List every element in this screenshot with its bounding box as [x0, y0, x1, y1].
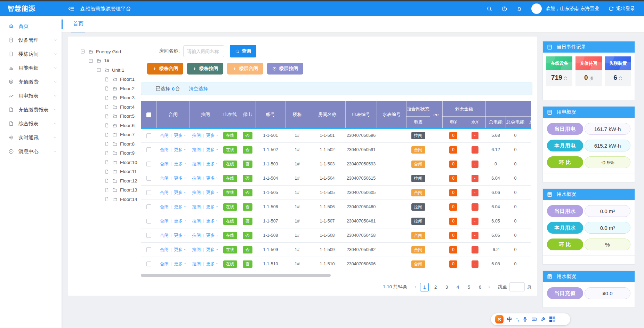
row-checkbox[interactable] [146, 219, 151, 224]
row-checkbox[interactable] [146, 133, 151, 138]
tree-node[interactable]: Floor:9 [80, 149, 140, 158]
sidebar-collapse-icon[interactable] [68, 5, 75, 12]
open-switch-link[interactable]: 拉闸 [192, 176, 201, 181]
next-page-icon[interactable] [487, 285, 491, 289]
ime-language-toggle[interactable]: 中 [507, 316, 512, 323]
close-switch-more-link[interactable]: 更多 [174, 261, 186, 266]
close-switch-link[interactable]: 合闸 [160, 190, 169, 195]
floor-close-button[interactable]: 楼层合闸 [227, 63, 263, 75]
page-button-4[interactable]: 4 [453, 283, 462, 291]
open-switch-more-link[interactable]: 更多 [206, 247, 219, 252]
ime-logo[interactable]: S [495, 315, 504, 323]
close-switch-more-link[interactable]: 更多 [174, 247, 186, 252]
sidebar-item-power-report[interactable]: 用电报表 [0, 89, 62, 103]
search-icon[interactable] [486, 6, 492, 12]
sidebar-item-devices[interactable]: 设备管理 [0, 33, 62, 47]
tree-node[interactable]: 1# [80, 56, 140, 66]
row-checkbox[interactable] [146, 233, 151, 238]
open-switch-link[interactable]: 拉闸 [192, 247, 201, 252]
open-switch-more-link[interactable]: 更多 [206, 219, 219, 224]
tree-node[interactable]: Floor:11 [80, 167, 140, 177]
open-switch-link[interactable]: 拉闸 [192, 233, 201, 238]
close-switch-link[interactable]: 合闸 [160, 219, 169, 224]
tree-node[interactable]: Floor:13 [80, 186, 140, 195]
close-switch-link[interactable]: 合闸 [160, 247, 169, 252]
search-button[interactable]: 查询 [230, 45, 256, 57]
close-switch-link[interactable]: 合闸 [160, 133, 169, 138]
tree-node[interactable]: Floor:1 [80, 75, 140, 84]
mic-icon[interactable] [522, 317, 528, 322]
open-switch-link[interactable]: 拉闸 [192, 147, 201, 152]
sidebar-item-recharge-report[interactable]: 充值缴费报表 [0, 103, 62, 117]
tree-node[interactable]: Floor:6 [80, 121, 140, 130]
tab-home[interactable]: 首页 [71, 16, 85, 32]
close-switch-more-link[interactable]: 更多 [174, 133, 186, 138]
help-icon[interactable] [501, 6, 507, 12]
open-switch-more-link[interactable]: 更多 [206, 190, 219, 195]
open-switch-more-link[interactable]: 更多 [206, 147, 219, 152]
page-button-1[interactable]: 1 [420, 283, 429, 291]
open-switch-link[interactable]: 拉闸 [192, 261, 201, 266]
row-checkbox[interactable] [146, 176, 151, 181]
collapse-toggle-icon[interactable] [88, 58, 93, 63]
close-switch-more-link[interactable]: 更多 [174, 162, 186, 166]
page-button-6[interactable]: 6 [476, 283, 484, 291]
open-switch-link[interactable]: 拉闸 [192, 204, 201, 209]
open-switch-more-link[interactable]: 更多 [206, 261, 219, 266]
tree-node[interactable]: Floor:7 [80, 130, 140, 140]
close-switch-more-link[interactable]: 更多 [174, 147, 186, 152]
page-button-2[interactable]: 2 [431, 283, 440, 291]
open-switch-more-link[interactable]: 更多 [206, 162, 219, 166]
close-switch-link[interactable]: 合闸 [160, 176, 169, 181]
close-switch-link[interactable]: 合闸 [160, 261, 169, 266]
collapse-toggle-icon[interactable] [96, 68, 101, 72]
close-switch-link[interactable]: 合闸 [160, 162, 169, 166]
tree-node[interactable]: Floor:4 [80, 102, 140, 112]
ime-menu-icon[interactable] [549, 317, 555, 322]
open-switch-link[interactable]: 拉闸 [192, 190, 201, 195]
tree-node[interactable]: Floor:5 [80, 112, 140, 121]
close-switch-link[interactable]: 合闸 [160, 233, 169, 238]
row-checkbox[interactable] [146, 261, 151, 266]
sidebar-item-home[interactable]: 首页 [0, 19, 62, 33]
open-switch-more-link[interactable]: 更多 [206, 133, 219, 138]
close-switch-more-link[interactable]: 更多 [174, 204, 186, 209]
open-switch-link[interactable]: 拉闸 [192, 162, 201, 166]
floor-open-button[interactable]: 楼层拉闸 [267, 63, 303, 75]
sidebar-item-message-center[interactable]: 消息中心 [0, 145, 62, 158]
tree-node[interactable]: Energy Grid [80, 47, 140, 56]
avatar[interactable] [531, 3, 542, 14]
sidebar-item-recharge[interactable]: 充值缴费 [0, 75, 62, 89]
close-switch-link[interactable]: 合闸 [160, 147, 169, 152]
tree-node[interactable]: Floor:10 [80, 158, 140, 167]
prev-page-icon[interactable] [413, 285, 418, 289]
bell-icon[interactable] [516, 6, 522, 12]
room-name-input[interactable] [183, 45, 224, 57]
row-checkbox[interactable] [146, 247, 151, 252]
close-switch-link[interactable]: 合闸 [160, 204, 169, 209]
page-button-3[interactable]: 3 [442, 283, 451, 291]
open-switch-link[interactable]: 拉闸 [192, 219, 201, 224]
tree-node[interactable]: Floor:2 [80, 84, 140, 93]
page-button-5[interactable]: 5 [465, 283, 473, 291]
open-switch-more-link[interactable]: 更多 [206, 176, 219, 181]
open-switch-link[interactable]: 拉闸 [192, 133, 201, 138]
horizontal-scrollbar[interactable] [141, 274, 331, 277]
close-switch-more-link[interactable]: 更多 [174, 190, 186, 195]
tree-node[interactable]: Floor:14 [80, 195, 140, 204]
row-checkbox[interactable] [146, 204, 151, 209]
close-switch-more-link[interactable]: 更多 [174, 233, 186, 238]
tree-node[interactable]: Floor:12 [80, 176, 140, 186]
sidebar-item-summary-report[interactable]: 综合报表 [0, 117, 62, 131]
select-all-checkbox[interactable] [146, 112, 151, 117]
building-close-button[interactable]: 楼栋合闸 [147, 63, 183, 75]
clear-selection-link[interactable]: 清空选择 [189, 86, 208, 92]
close-switch-more-link[interactable]: 更多 [174, 219, 186, 224]
keyboard-icon[interactable] [531, 317, 537, 322]
row-checkbox[interactable] [146, 190, 151, 195]
building-open-button[interactable]: 楼栋拉闸 [187, 63, 223, 75]
sidebar-item-energy-detail[interactable]: 用能明细 [0, 61, 62, 75]
tree-node[interactable]: Unit:1 [80, 65, 140, 75]
sidebar-item-buildings[interactable]: 楼栋房间 [0, 47, 62, 61]
collapse-toggle-icon[interactable] [80, 49, 85, 54]
